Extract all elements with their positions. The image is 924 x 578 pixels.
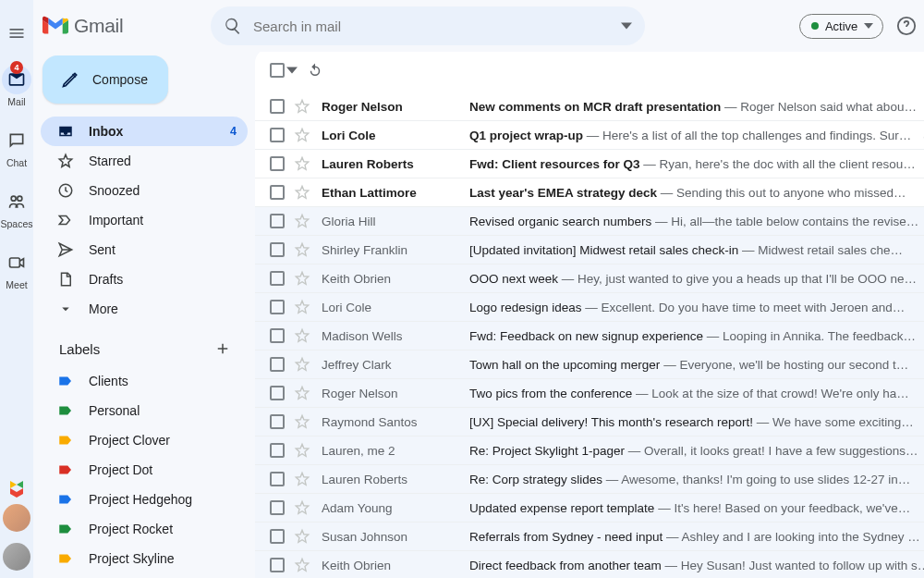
email-message: Direct feedback from another team — Hey … xyxy=(469,559,924,572)
email-row[interactable]: Adam Young Updated expense report templa… xyxy=(255,494,924,523)
email-row[interactable]: Lori Cole Q1 project wrap-up — Here's a … xyxy=(255,121,924,150)
select-all-checkbox[interactable] xyxy=(270,63,298,78)
email-subject: Direct feedback from another team xyxy=(469,559,662,572)
email-row[interactable]: Lauren Roberts Fwd: Client resources for… xyxy=(255,150,924,178)
star-button[interactable] xyxy=(294,241,310,258)
label-item[interactable]: Project Dot xyxy=(41,455,248,485)
label-icon xyxy=(57,373,74,389)
email-message: Referrals from Sydney - need input — Ash… xyxy=(469,530,924,544)
main-menu-button[interactable] xyxy=(0,17,33,50)
gmail-logo[interactable]: Gmail xyxy=(43,15,200,37)
email-snippet: — Awesome, thanks! I'm going to use slid… xyxy=(602,473,910,486)
row-checkbox[interactable] xyxy=(270,472,285,486)
star-button[interactable] xyxy=(294,356,310,373)
rail-item-mail[interactable]: Mail 4 xyxy=(0,59,33,117)
star-button[interactable] xyxy=(294,327,310,344)
nav-item-inbox[interactable]: Inbox4 xyxy=(41,117,248,146)
chat-contact-avatar-1[interactable] xyxy=(3,504,30,532)
compose-button[interactable]: Compose xyxy=(43,55,168,104)
star-button[interactable] xyxy=(294,127,310,143)
email-row[interactable]: Ethan Lattimore Last year's EMEA strateg… xyxy=(255,178,924,207)
support-button[interactable] xyxy=(889,8,924,43)
email-row[interactable]: Keith Obrien OOO next week — Hey, just w… xyxy=(255,264,924,293)
status-chip[interactable]: Active xyxy=(799,14,883,39)
email-row[interactable]: Madison Wells Fwd: Feedback on new signu… xyxy=(255,322,924,350)
chat-contact-avatar-2[interactable] xyxy=(3,543,30,571)
nav-item-drafts[interactable]: Drafts xyxy=(41,264,248,294)
email-row[interactable]: Lauren Roberts Re: Corp strategy slides … xyxy=(255,465,924,494)
email-content: Roger Nelson New comments on MCR draft p… xyxy=(255,52,924,578)
labels-more[interactable]: More xyxy=(41,573,248,578)
email-message: [Updated invitation] Midwest retail sale… xyxy=(469,243,924,257)
email-row[interactable]: Roger Nelson New comments on MCR draft p… xyxy=(255,92,924,121)
star-button[interactable] xyxy=(294,528,310,545)
star-button[interactable] xyxy=(294,471,310,487)
row-checkbox[interactable] xyxy=(270,328,285,343)
star-button[interactable] xyxy=(294,184,310,201)
rail-item-spaces[interactable]: Spaces xyxy=(0,181,33,239)
label-item[interactable]: Project Skyline xyxy=(41,544,248,573)
nav-item-more[interactable]: More xyxy=(41,294,248,324)
label-item[interactable]: Project Hedgehog xyxy=(41,485,248,514)
row-checkbox[interactable] xyxy=(270,558,285,572)
label-item[interactable]: Project Rocket xyxy=(41,514,248,544)
add-label-button[interactable] xyxy=(211,337,235,361)
label-item[interactable]: Project Clover xyxy=(41,425,248,455)
row-checkbox[interactable] xyxy=(270,300,285,314)
email-message: OOO next week — Hey, just wanted to give… xyxy=(469,272,924,286)
row-checkbox[interactable] xyxy=(270,128,285,142)
search-icon[interactable] xyxy=(218,11,248,41)
chevron-down-icon[interactable] xyxy=(286,65,298,76)
nav-item-important[interactable]: Important xyxy=(41,205,248,235)
rail-item-chat[interactable]: Chat xyxy=(0,120,33,178)
email-row[interactable]: Lori Cole Logo redesign ideas — Excellen… xyxy=(255,293,924,322)
row-checkbox[interactable] xyxy=(270,242,285,257)
label-text: Project Rocket xyxy=(89,522,173,536)
email-row[interactable]: Keith Obrien Direct feedback from anothe… xyxy=(255,551,924,578)
nav-label: Important xyxy=(89,213,143,228)
email-row[interactable]: Lauren, me 2 Re: Project Skylight 1-page… xyxy=(255,437,924,465)
row-checkbox[interactable] xyxy=(270,414,285,429)
search-options-icon[interactable] xyxy=(615,15,638,37)
star-button[interactable] xyxy=(294,442,310,459)
star-button[interactable] xyxy=(294,557,310,573)
row-checkbox[interactable] xyxy=(270,185,285,200)
row-checkbox[interactable] xyxy=(270,386,285,400)
label-item[interactable]: Clients xyxy=(41,366,248,396)
star-button[interactable] xyxy=(294,98,310,115)
row-checkbox[interactable] xyxy=(270,271,285,286)
email-row[interactable]: Shirley Franklin [Updated invitation] Mi… xyxy=(255,236,924,264)
email-message: Updated expense report template — It's h… xyxy=(469,501,924,515)
email-sender: Keith Obrien xyxy=(322,272,458,286)
search-bar[interactable] xyxy=(211,6,645,45)
email-row[interactable]: Susan Johnson Referrals from Sydney - ne… xyxy=(255,523,924,551)
nav-label: Sent xyxy=(89,242,116,257)
star-button[interactable] xyxy=(294,385,310,401)
row-checkbox[interactable] xyxy=(270,500,285,515)
row-checkbox[interactable] xyxy=(270,529,285,544)
email-row[interactable]: Roger Nelson Two pics from the conferenc… xyxy=(255,379,924,408)
row-checkbox[interactable] xyxy=(270,357,285,372)
nav-item-snoozed[interactable]: Snoozed xyxy=(41,176,248,205)
refresh-button[interactable] xyxy=(307,62,323,79)
email-message: Fwd: Feedback on new signup experience —… xyxy=(469,329,924,343)
row-checkbox[interactable] xyxy=(270,443,285,458)
label-item[interactable]: Personal xyxy=(41,396,248,425)
email-row[interactable]: Raymond Santos [UX] Special delivery! Th… xyxy=(255,408,924,437)
star-button[interactable] xyxy=(294,155,310,172)
row-checkbox[interactable] xyxy=(270,156,285,171)
email-row[interactable]: Jeffrey Clark Town hall on the upcoming … xyxy=(255,350,924,379)
star-button[interactable] xyxy=(294,213,310,229)
star-button[interactable] xyxy=(294,413,310,430)
star-button[interactable] xyxy=(294,499,310,516)
search-input[interactable] xyxy=(253,18,610,34)
rail-item-meet[interactable]: Meet xyxy=(0,242,33,300)
addon-icon[interactable] xyxy=(6,478,28,500)
nav-item-starred[interactable]: Starred xyxy=(41,146,248,176)
star-button[interactable] xyxy=(294,270,310,287)
row-checkbox[interactable] xyxy=(270,214,285,228)
row-checkbox[interactable] xyxy=(270,99,285,114)
star-button[interactable] xyxy=(294,299,310,315)
email-row[interactable]: Gloria Hill Revised organic search numbe… xyxy=(255,207,924,236)
nav-item-sent[interactable]: Sent xyxy=(41,235,248,264)
